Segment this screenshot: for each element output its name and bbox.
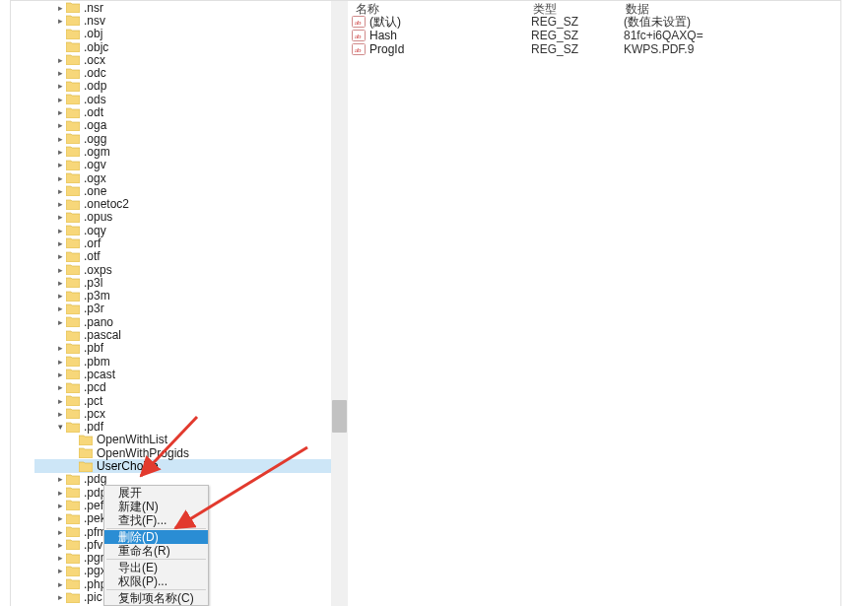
value-row[interactable]: ab(默认)REG_SZ(数值未设置) [350, 15, 850, 29]
value-name: Hash [369, 29, 531, 42]
tree-item[interactable]: ▸.orf [34, 236, 331, 249]
tree-item[interactable]: ▸.oga [34, 119, 331, 132]
tree-item[interactable]: OpenWithList [34, 434, 331, 446]
expand-toggle[interactable]: ▸ [56, 226, 65, 235]
expand-toggle[interactable]: ▸ [56, 579, 65, 588]
expand-toggle[interactable]: ▸ [56, 593, 65, 602]
tree-item[interactable]: ▸.nsr [34, 1, 331, 14]
tree-item[interactable]: ▸.nsv [34, 14, 331, 27]
expand-toggle[interactable]: ▸ [56, 567, 65, 575]
expand-toggle[interactable]: ▸ [56, 554, 65, 563]
tree-item[interactable]: ▸.pano [34, 315, 331, 328]
folder-icon [66, 264, 80, 275]
expand-toggle[interactable]: ▸ [56, 95, 65, 103]
tree-item[interactable]: ▸.pct [34, 394, 331, 407]
folder-icon [66, 2, 80, 13]
tree-item[interactable]: ▸.pbm [34, 355, 331, 368]
folder-icon [66, 291, 80, 302]
expand-toggle[interactable]: ▸ [56, 213, 65, 222]
value-data: (数值未设置) [624, 14, 691, 31]
expand-toggle[interactable]: ▸ [56, 370, 65, 378]
context-menu-item[interactable]: 权限(P)... [104, 574, 208, 588]
tree-item[interactable]: ▸.oxps [34, 263, 331, 276]
tree-item[interactable]: ▾.pdf [34, 421, 331, 434]
expand-toggle[interactable]: ▸ [56, 161, 65, 169]
expand-toggle[interactable]: ▸ [56, 55, 65, 64]
expand-toggle[interactable]: ▸ [56, 278, 65, 287]
scroll-thumb[interactable] [332, 400, 347, 433]
tree-item[interactable]: ▸.ogx [34, 171, 331, 184]
tree-item[interactable]: ▸.odp [34, 80, 331, 93]
tree-item[interactable]: ▸.ogv [34, 159, 331, 171]
tree-item[interactable]: .pascal [34, 328, 331, 341]
expand-toggle[interactable]: ▸ [56, 488, 65, 497]
context-menu-item[interactable]: 复制项名称(C) [104, 591, 208, 605]
expand-toggle[interactable]: ▸ [56, 69, 65, 78]
tree-item-label: .ocx [84, 53, 105, 67]
tree-item[interactable]: ▸.pcx [34, 407, 331, 420]
tree-item[interactable]: ▸.pcd [34, 381, 331, 394]
expand-toggle[interactable]: ▸ [56, 3, 65, 12]
tree-item[interactable]: ▸.odc [34, 66, 331, 79]
tree-item[interactable]: ▸.ocx [34, 53, 331, 66]
expand-toggle[interactable]: ▸ [56, 409, 65, 418]
expand-toggle[interactable]: ▸ [56, 134, 65, 143]
tree-item-label: .pano [84, 315, 113, 329]
tree-item[interactable]: ▸.opus [34, 211, 331, 224]
expand-toggle[interactable]: ▸ [56, 514, 65, 523]
value-row[interactable]: abProgIdREG_SZKWPS.PDF.9 [350, 42, 850, 56]
expand-toggle[interactable]: ▸ [56, 121, 65, 130]
expand-toggle[interactable]: ▸ [56, 304, 65, 313]
expand-toggle[interactable]: ▸ [56, 540, 65, 549]
expand-toggle[interactable]: ▸ [56, 396, 65, 405]
expand-toggle[interactable]: ▸ [56, 527, 65, 536]
tree-item-label: .pbm [84, 355, 110, 369]
tree-item[interactable]: ▸.p3r [34, 303, 331, 315]
tree-item[interactable]: ▸.p3m [34, 290, 331, 303]
context-menu-item[interactable]: 重命名(R) [104, 544, 208, 558]
tree-item[interactable]: ▸.ogg [34, 132, 331, 145]
tree-item[interactable]: ▸.p3l [34, 276, 331, 289]
context-menu-item[interactable]: 查找(F)... [104, 513, 208, 527]
expand-toggle[interactable]: ▸ [56, 357, 65, 366]
tree-item[interactable]: ▸.otf [34, 250, 331, 263]
expand-toggle[interactable]: ▸ [56, 173, 65, 182]
tree-item[interactable]: ▸.pcast [34, 368, 331, 380]
context-menu[interactable]: 展开新建(N)查找(F)...删除(D)重命名(R)导出(E)权限(P)...复… [103, 485, 209, 606]
tree-scrollbar[interactable] [331, 1, 348, 606]
expand-toggle[interactable]: ▸ [56, 292, 65, 301]
tree-item-label: .pascal [84, 328, 121, 342]
expand-toggle[interactable]: ▸ [56, 317, 65, 326]
folder-icon [66, 474, 80, 485]
folder-icon [66, 513, 80, 524]
tree-item[interactable]: .objc [34, 40, 331, 53]
folder-icon [66, 277, 80, 288]
tree-item[interactable]: ▸.oqy [34, 224, 331, 236]
expand-toggle[interactable]: ▸ [56, 108, 65, 117]
expand-toggle[interactable]: ▸ [56, 501, 65, 509]
tree-item-label: .ogx [84, 171, 106, 185]
expand-toggle[interactable]: ▸ [56, 186, 65, 195]
tree-item[interactable]: ▸.onetoc2 [34, 197, 331, 210]
expand-toggle[interactable]: ▸ [56, 82, 65, 91]
expand-toggle[interactable]: ▸ [56, 16, 65, 25]
expand-toggle[interactable]: ▸ [56, 475, 65, 484]
expand-toggle[interactable]: ▸ [56, 383, 65, 392]
collapse-toggle[interactable]: ▾ [56, 423, 65, 432]
tree-item[interactable]: ▸.ogm [34, 145, 331, 158]
expand-toggle[interactable]: ▸ [56, 147, 65, 156]
tree-item[interactable]: .obj [34, 28, 331, 40]
expand-toggle[interactable]: ▸ [56, 265, 65, 274]
expand-toggle[interactable]: ▸ [56, 344, 65, 353]
tree-item[interactable]: ▸.one [34, 184, 331, 197]
tree-item[interactable]: ▸.odt [34, 105, 331, 118]
tree-item[interactable]: ▸.pdg [34, 473, 331, 486]
value-row[interactable]: abHashREG_SZ81fc+i6QAXQ= [350, 29, 850, 42]
expand-toggle[interactable]: ▸ [56, 238, 65, 247]
tree-item[interactable]: ▸.pbf [34, 342, 331, 355]
tree-item[interactable]: ▸.ods [34, 93, 331, 105]
expand-toggle[interactable]: ▸ [56, 252, 65, 261]
tree-item[interactable]: UserChoice [34, 459, 331, 472]
tree-item[interactable]: OpenWithProgids [34, 446, 331, 459]
expand-toggle[interactable]: ▸ [56, 200, 65, 209]
